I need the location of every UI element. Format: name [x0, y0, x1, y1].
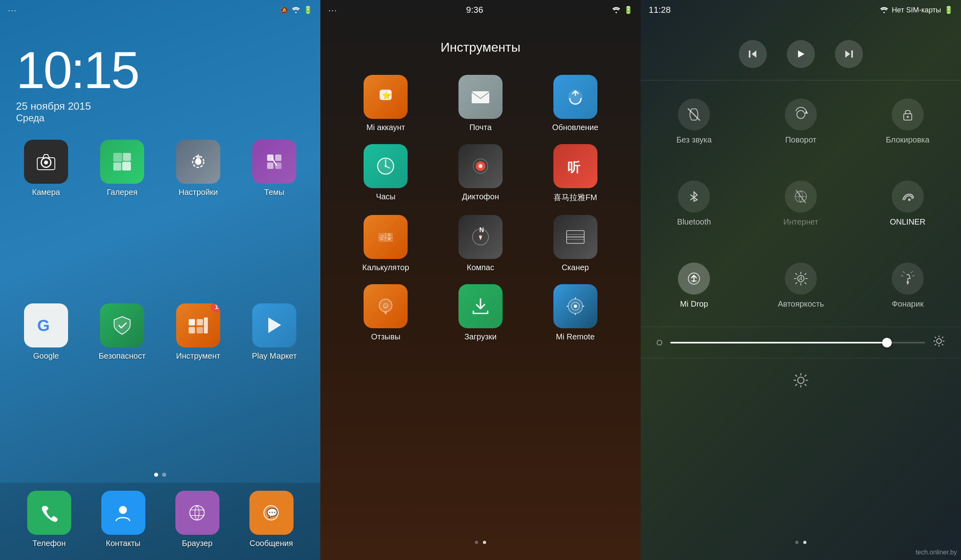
- app-downloads[interactable]: Загрузки: [439, 284, 522, 341]
- dock-label-contacts: Контакты: [106, 539, 140, 548]
- app-clock[interactable]: Часы: [344, 144, 427, 203]
- page-dots-1: [0, 467, 320, 483]
- svg-rect-61: [851, 50, 853, 58]
- app-calc[interactable]: —=÷× Калькулятор: [344, 215, 427, 272]
- app-label-mail: Почта: [469, 123, 492, 132]
- app-label-themes: Темы: [264, 188, 284, 197]
- app-icon-calc: —=÷×: [364, 215, 408, 259]
- app-grid: Камера Галерея Настройки Темы: [0, 132, 320, 467]
- svg-rect-12: [267, 163, 273, 169]
- app-label-camera: Камера: [32, 188, 60, 197]
- app-security[interactable]: Безопасност: [88, 303, 156, 459]
- dock-label-phone: Телефон: [32, 539, 66, 548]
- dock: Телефон Контакты Браузер 💬 Сообщения: [0, 483, 320, 560]
- svg-text:听: 听: [567, 160, 581, 175]
- app-mi-account[interactable]: ⭐ Mi аккаунт: [344, 75, 427, 132]
- app-scanner[interactable]: Сканер: [534, 215, 617, 272]
- app-label-playstore: Play Маркет: [252, 351, 297, 361]
- app-update[interactable]: Обновление: [534, 75, 617, 132]
- app-icon-mi-account: ⭐: [364, 75, 408, 119]
- dot-s3-2: [803, 541, 806, 544]
- app-miremote[interactable]: Mi Remote: [534, 284, 617, 341]
- svg-point-66: [907, 116, 909, 118]
- app-icon-compass: N: [458, 215, 503, 259]
- prev-track-button[interactable]: [739, 40, 767, 68]
- qs-lock[interactable]: Блокировка: [854, 88, 961, 155]
- app-label-downloads: Загрузки: [464, 332, 497, 341]
- svg-point-8: [195, 159, 201, 165]
- app-reviews[interactable]: ☺ Отзывы: [344, 284, 427, 341]
- svg-rect-17: [189, 327, 195, 333]
- app-label-clock: Часы: [376, 192, 396, 201]
- svg-text:☺: ☺: [382, 301, 390, 310]
- app-label-himalaya: 喜马拉雅FM: [553, 192, 597, 203]
- dock-label-browser: Браузер: [182, 539, 212, 548]
- qs-bluetooth[interactable]: Bluetooth: [641, 171, 748, 237]
- wifi-icon-2: [612, 7, 621, 13]
- qs-settings-gear-button[interactable]: [791, 370, 811, 392]
- page-dot-2: [162, 473, 166, 477]
- qs-midrop[interactable]: Mi Drop: [641, 253, 748, 319]
- brightness-slider[interactable]: [670, 342, 925, 343]
- dock-phone[interactable]: Телефон: [27, 491, 71, 548]
- svg-point-21: [119, 506, 127, 514]
- no-sim-text: Нет SIM-карты: [892, 6, 941, 14]
- qs-label-rotation: Поворот: [785, 135, 816, 145]
- app-settings[interactable]: Настройки: [164, 140, 232, 295]
- next-track-button[interactable]: [835, 40, 863, 68]
- app-google[interactable]: G Google: [12, 303, 80, 459]
- app-label-gallery: Галерея: [107, 188, 138, 197]
- battery-icon-2: 🔋: [624, 6, 633, 14]
- svg-point-55: [574, 305, 577, 308]
- svg-rect-4: [113, 153, 122, 162]
- signal-dots: ···: [8, 6, 17, 15]
- svg-text:⭐: ⭐: [382, 90, 392, 100]
- battery-icon: 🔋: [304, 6, 312, 14]
- svg-marker-60: [845, 50, 850, 58]
- app-icon-update: [553, 75, 597, 119]
- qs-label-bluetooth: Bluetooth: [677, 217, 711, 227]
- qs-icon-internet: [785, 181, 817, 213]
- qs-internet[interactable]: Интернет: [748, 171, 854, 237]
- svg-rect-15: [189, 319, 195, 325]
- page-dots-2: [320, 537, 641, 548]
- app-camera[interactable]: Камера: [12, 140, 80, 295]
- qs-onliner[interactable]: ONLINER: [854, 171, 961, 237]
- svg-point-69: [908, 199, 911, 201]
- app-tools[interactable]: 1 Инструмент: [164, 303, 232, 459]
- status-bar-1: ··· 🔕 🔋: [0, 0, 320, 20]
- app-recorder[interactable]: Диктофон: [439, 144, 522, 203]
- app-playstore[interactable]: Play Маркет: [240, 303, 308, 459]
- svg-marker-57: [752, 50, 756, 58]
- dock-icon-browser: [175, 491, 219, 535]
- status-icons-2: 🔋: [612, 6, 633, 14]
- signal-dots-2: ···: [328, 6, 338, 15]
- app-icon-playstore: [252, 303, 296, 347]
- app-themes[interactable]: Темы: [240, 140, 308, 295]
- svg-marker-59: [798, 50, 804, 58]
- wifi-icon-3: [880, 7, 889, 13]
- svg-point-25: [615, 12, 617, 13]
- brightness-thumb[interactable]: [882, 338, 892, 347]
- qs-rotation[interactable]: Поворот: [748, 88, 854, 155]
- dock-icon-phone: [27, 491, 71, 535]
- svg-text:💬: 💬: [267, 508, 278, 518]
- qs-autobrightness[interactable]: A Автояркость: [748, 253, 854, 319]
- play-button[interactable]: [787, 40, 815, 68]
- svg-rect-18: [197, 327, 203, 333]
- qs-silent[interactable]: Без звука: [641, 88, 748, 155]
- app-icon-miremote: [553, 284, 597, 328]
- dock-browser[interactable]: Браузер: [175, 491, 219, 548]
- app-gallery[interactable]: Галерея: [88, 140, 156, 295]
- home-screen: ··· 🔕 🔋 10:15 25 ноября 2015 Среда Камер…: [0, 0, 320, 560]
- dock-contacts[interactable]: Контакты: [101, 491, 145, 548]
- app-icon-camera: [24, 140, 68, 184]
- clock-time: 10:15: [16, 44, 304, 96]
- app-mail[interactable]: Почта: [439, 75, 522, 132]
- app-compass[interactable]: N Компас: [439, 215, 522, 272]
- clock-weekday: Среда: [16, 112, 304, 124]
- qs-flashlight[interactable]: Фонарик: [854, 253, 961, 319]
- svg-text:G: G: [37, 317, 50, 334]
- dock-messages[interactable]: 💬 Сообщения: [249, 491, 294, 548]
- app-himalaya[interactable]: 听 喜马拉雅FM: [534, 144, 617, 203]
